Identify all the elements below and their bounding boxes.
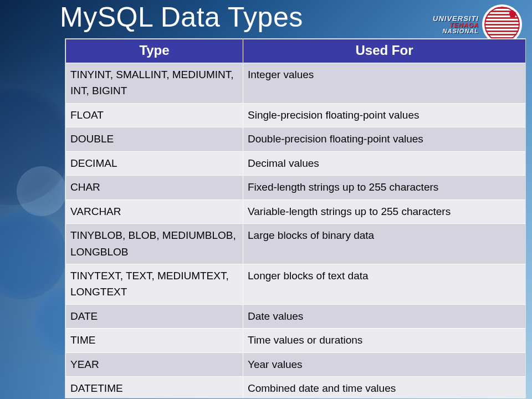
cell-type: DECIMAL	[66, 151, 243, 175]
table-row: DOUBLEDouble-precision floating-point va…	[66, 127, 526, 151]
cell-type: DOUBLE	[66, 127, 243, 151]
cell-used-for: Time values or durations	[243, 329, 526, 352]
data-types-table: Type Used For TINYINT, SMALLINT, MEDIUMI…	[65, 39, 525, 398]
table-row: DATEDate values	[66, 304, 526, 328]
cell-used-for: Double-precision floating-point values	[243, 127, 526, 151]
cell-used-for: Large blocks of binary data	[243, 224, 526, 264]
cell-type: TINYBLOB, BLOB, MEDIUMBLOB, LONGBLOB	[66, 224, 243, 264]
header-type: Type	[66, 39, 243, 63]
logo-line3: NASIONAL	[443, 28, 479, 34]
table-row: TIMETime values or durations	[66, 329, 526, 352]
logo-line2: TENAGA	[450, 22, 479, 28]
cell-used-for: Combined date and time values	[243, 377, 526, 398]
cell-type: TIME	[66, 329, 243, 352]
cell-type: DATETIME	[66, 377, 243, 398]
cell-used-for: Fixed-length strings up to 255 character…	[243, 176, 526, 200]
cell-type: YEAR	[66, 352, 243, 376]
cell-type: TINYINT, SMALLINT, MEDIUMINT, INT, BIGIN…	[66, 63, 243, 104]
table-row: TINYINT, SMALLINT, MEDIUMINT, INT, BIGIN…	[66, 63, 526, 104]
cell-used-for: Integer values	[243, 63, 526, 104]
table-row: DATETIMECombined date and time values	[66, 377, 526, 398]
cell-used-for: Single-precision floating-point values	[243, 103, 526, 127]
cell-type: VARCHAR	[66, 200, 243, 223]
slide-title: MySQL Data Types	[60, 1, 303, 33]
table-row: DECIMALDecimal values	[66, 151, 526, 175]
logo-text: UNIVERSITI TENAGA NASIONAL	[433, 15, 479, 34]
data-types-table-wrap: Type Used For TINYINT, SMALLINT, MEDIUMI…	[65, 39, 525, 398]
table-row: FLOATSingle-precision floating-point val…	[66, 103, 526, 127]
header-used-for: Used For	[243, 39, 526, 63]
table-row: TINYBLOB, BLOB, MEDIUMBLOB, LONGBLOBLarg…	[66, 224, 526, 264]
slide: MySQL Data Types UNIVERSITI TENAGA NASIO…	[0, 0, 532, 399]
table-row: CHARFixed-length strings up to 255 chara…	[66, 176, 526, 200]
cell-used-for: Date values	[243, 304, 526, 328]
logo-line1: UNIVERSITI	[433, 15, 479, 22]
cell-type: TINYTEXT, TEXT, MEDIUMTEXT, LONGTEXT	[66, 264, 243, 304]
table-row: YEARYear values	[66, 352, 526, 376]
cell-used-for: Longer blocks of text data	[243, 264, 526, 304]
cell-used-for: Decimal values	[243, 151, 526, 175]
cell-type: CHAR	[66, 176, 243, 200]
table-header-row: Type Used For	[66, 39, 526, 63]
cell-used-for: Year values	[243, 352, 526, 376]
table-row: VARCHARVariable-length strings up to 255…	[66, 200, 526, 223]
table-row: TINYTEXT, TEXT, MEDIUMTEXT, LONGTEXTLong…	[66, 264, 526, 304]
cell-type: FLOAT	[66, 103, 243, 127]
cell-used-for: Variable-length strings up to 255 charac…	[243, 200, 526, 223]
cell-type: DATE	[66, 304, 243, 328]
